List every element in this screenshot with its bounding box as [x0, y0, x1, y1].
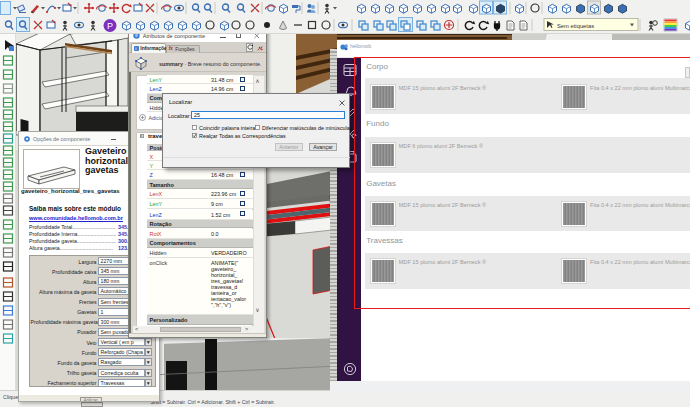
svg-text:Sem etiquetas: Sem etiquetas	[557, 23, 594, 29]
svg-text:P: P	[107, 21, 113, 31]
